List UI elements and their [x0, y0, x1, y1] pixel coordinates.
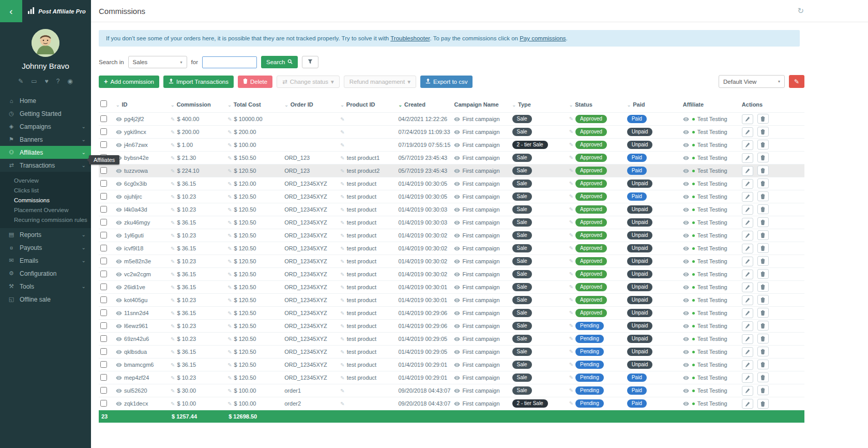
eye-icon[interactable]: [116, 400, 122, 407]
search-button[interactable]: Search: [261, 56, 298, 68]
eye-icon[interactable]: [454, 129, 460, 135]
edit-total-cost-icon[interactable]: ✎: [227, 181, 232, 187]
eye-icon[interactable]: [683, 271, 689, 277]
subnav-item-recurring-commission-rules[interactable]: Recurring commission rules: [0, 215, 91, 225]
edit-status-icon[interactable]: ✎: [569, 232, 573, 238]
edit-total-cost-icon[interactable]: ✎: [227, 349, 232, 355]
row-checkbox[interactable]: [100, 374, 107, 381]
eye-icon[interactable]: [683, 181, 689, 187]
row-checkbox[interactable]: [100, 348, 107, 355]
edit-product-id-icon[interactable]: ✎: [340, 116, 344, 122]
eye-icon[interactable]: [116, 116, 122, 122]
edit-commission-icon[interactable]: ✎: [171, 375, 175, 381]
edit-product-id-icon[interactable]: ✎: [340, 362, 344, 368]
row-checkbox[interactable]: [100, 167, 107, 174]
delete-row-button[interactable]: [757, 217, 769, 227]
row-checkbox[interactable]: [100, 400, 107, 407]
edit-product-id-icon[interactable]: ✎: [340, 272, 344, 277]
edit-total-cost-icon[interactable]: ✎: [227, 310, 232, 316]
favorites-icon[interactable]: ♥: [45, 78, 49, 85]
delete-row-button[interactable]: [757, 269, 769, 279]
edit-product-id-icon[interactable]: ✎: [340, 336, 344, 342]
edit-row-button[interactable]: [742, 244, 753, 253]
sidebar-item-payouts[interactable]: ¤ Payouts ⌄: [0, 241, 91, 254]
edit-row-button[interactable]: [742, 257, 753, 266]
sidebar-item-banners[interactable]: ⚑ Banners ⌄: [0, 133, 91, 146]
column-header-commission[interactable]: ⌄Commission: [169, 96, 226, 113]
eye-icon[interactable]: [116, 193, 122, 200]
edit-product-id-icon[interactable]: ✎: [340, 181, 344, 187]
eye-icon[interactable]: [116, 362, 122, 368]
edit-product-id-icon[interactable]: ✎: [340, 194, 344, 200]
delete-row-button[interactable]: [757, 191, 769, 201]
row-checkbox[interactable]: [100, 245, 107, 251]
delete-row-button[interactable]: [757, 204, 769, 214]
eye-icon[interactable]: [116, 323, 122, 329]
edit-commission-icon[interactable]: ✎: [171, 362, 175, 368]
edit-total-cost-icon[interactable]: ✎: [227, 297, 232, 303]
edit-status-icon[interactable]: ✎: [569, 116, 573, 122]
eye-icon[interactable]: [683, 219, 689, 226]
edit-commission-icon[interactable]: ✎: [171, 259, 175, 264]
edit-total-cost-icon[interactable]: ✎: [227, 220, 232, 226]
eye-icon[interactable]: [683, 349, 689, 355]
edit-status-icon[interactable]: ✎: [569, 219, 573, 225]
eye-icon[interactable]: [454, 400, 460, 407]
edit-product-id-icon[interactable]: ✎: [340, 142, 344, 148]
edit-status-icon[interactable]: ✎: [569, 323, 573, 328]
edit-row-button[interactable]: [742, 360, 753, 370]
eye-icon[interactable]: [454, 336, 460, 342]
row-checkbox[interactable]: [100, 219, 107, 226]
row-checkbox[interactable]: [100, 206, 107, 213]
edit-total-cost-icon[interactable]: ✎: [227, 142, 232, 148]
edit-total-cost-icon[interactable]: ✎: [227, 155, 232, 161]
eye-icon[interactable]: [116, 284, 122, 290]
eye-icon[interactable]: [116, 232, 122, 238]
sidebar-item-affiliates[interactable]: ⚇ Affiliates ⌄: [0, 146, 91, 159]
column-header-status[interactable]: ⌄Status: [568, 96, 626, 113]
column-header-created[interactable]: ⌄Created: [397, 96, 452, 113]
edit-row-button[interactable]: [742, 386, 753, 396]
delete-row-button[interactable]: [757, 140, 769, 150]
refund-management-button[interactable]: Refund management▾: [344, 76, 416, 88]
eye-icon[interactable]: [454, 271, 460, 277]
eye-icon[interactable]: [116, 336, 122, 342]
eye-icon[interactable]: [116, 219, 122, 226]
eye-icon[interactable]: [454, 142, 460, 148]
delete-row-button[interactable]: [757, 295, 769, 305]
edit-row-button[interactable]: [742, 231, 753, 241]
eye-icon[interactable]: [683, 336, 689, 342]
eye-icon[interactable]: [116, 245, 122, 251]
delete-row-button[interactable]: [757, 308, 769, 318]
edit-product-id-icon[interactable]: ✎: [340, 401, 344, 407]
edit-status-icon[interactable]: ✎: [569, 258, 573, 264]
import-transactions-button[interactable]: Import Transactions: [163, 76, 234, 88]
edit-commission-icon[interactable]: ✎: [171, 272, 175, 277]
edit-status-icon[interactable]: ✎: [569, 129, 573, 135]
edit-row-button[interactable]: [742, 114, 753, 124]
edit-status-icon[interactable]: ✎: [569, 245, 573, 251]
eye-icon[interactable]: [683, 168, 689, 174]
eye-icon[interactable]: [454, 284, 460, 290]
eye-icon[interactable]: [116, 387, 122, 394]
eye-icon[interactable]: [454, 375, 460, 381]
delete-row-button[interactable]: [757, 178, 769, 188]
edit-status-icon[interactable]: ✎: [569, 375, 573, 380]
delete-row-button[interactable]: [757, 153, 769, 162]
edit-status-icon[interactable]: ✎: [569, 387, 573, 393]
edit-product-id-icon[interactable]: ✎: [340, 285, 344, 290]
delete-row-button[interactable]: [757, 256, 769, 266]
eye-icon[interactable]: [454, 349, 460, 355]
edit-total-cost-icon[interactable]: ✎: [227, 272, 232, 277]
row-checkbox[interactable]: [100, 232, 107, 238]
eye-icon[interactable]: [454, 310, 460, 316]
troubleshooter-link[interactable]: Troubleshooter: [390, 35, 430, 41]
edit-commission-icon[interactable]: ✎: [171, 155, 175, 161]
edit-total-cost-icon[interactable]: ✎: [227, 129, 232, 135]
edit-commission-icon[interactable]: ✎: [171, 181, 175, 187]
eye-icon[interactable]: [683, 206, 689, 213]
edit-row-button[interactable]: [742, 192, 753, 202]
edit-status-icon[interactable]: ✎: [569, 193, 573, 199]
edit-row-button[interactable]: [742, 399, 753, 409]
edit-total-cost-icon[interactable]: ✎: [227, 259, 232, 264]
